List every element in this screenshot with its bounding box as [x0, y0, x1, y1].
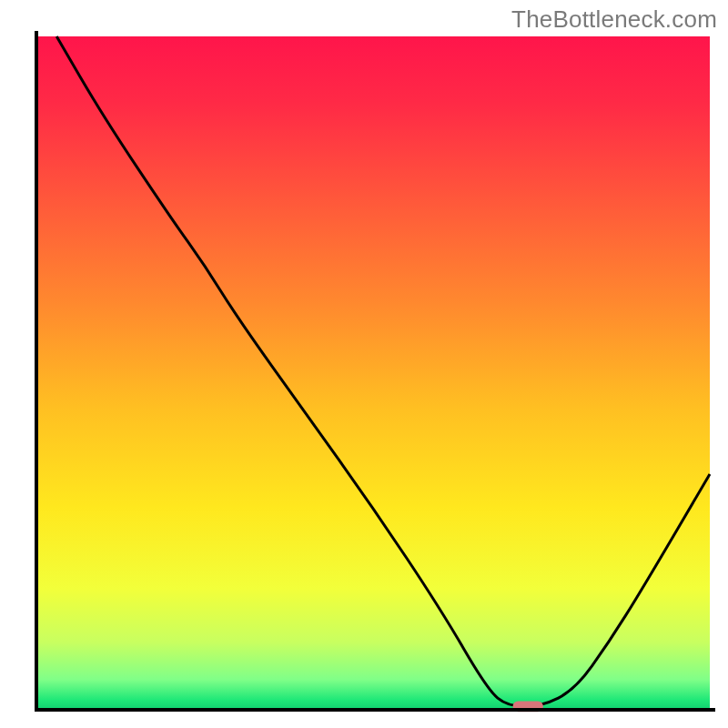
watermark-label: TheBottleneck.com: [511, 5, 717, 34]
bottleneck-chart: TheBottleneck.com: [0, 0, 728, 728]
gradient-panel: [36, 36, 710, 710]
chart-svg: [0, 0, 728, 728]
